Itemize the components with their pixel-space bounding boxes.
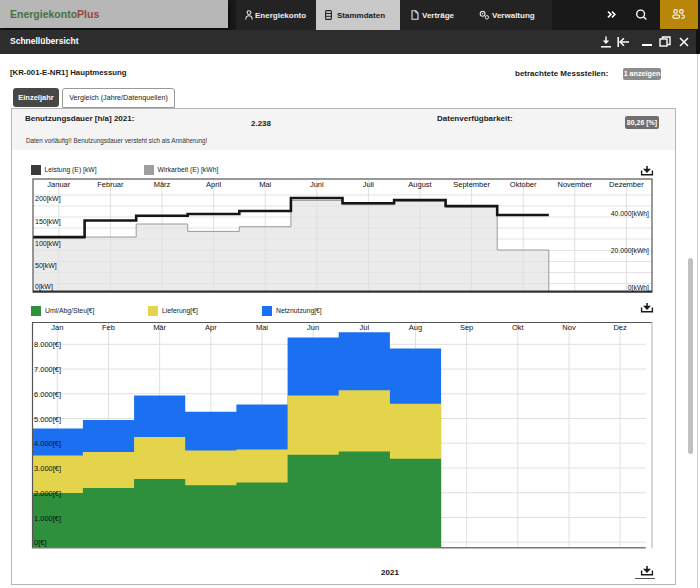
- svg-text:40.000[kWh]: 40.000[kWh]: [611, 210, 649, 218]
- svg-text:Feb: Feb: [102, 323, 115, 332]
- svg-text:März: März: [154, 180, 171, 189]
- svg-text:September: September: [453, 180, 490, 189]
- svg-text:150[kW]: 150[kW]: [35, 218, 61, 226]
- svg-text:November: November: [557, 180, 592, 189]
- svg-text:0[kW]: 0[kW]: [35, 283, 53, 291]
- svg-text:Januar: Januar: [47, 180, 70, 189]
- svg-text:Aug: Aug: [409, 323, 422, 332]
- svg-text:Dezember: Dezember: [609, 180, 644, 189]
- svg-text:7.000[€]: 7.000[€]: [34, 365, 61, 374]
- svg-text:Nov: Nov: [562, 323, 576, 332]
- svg-text:50[kW]: 50[kW]: [35, 262, 57, 270]
- svg-text:3.000[€]: 3.000[€]: [34, 464, 61, 473]
- svg-text:200[kW]: 200[kW]: [35, 195, 61, 203]
- svg-text:Jan: Jan: [51, 323, 63, 332]
- svg-text:Jun: Jun: [307, 323, 319, 332]
- svg-text:Februar: Februar: [97, 180, 124, 189]
- svg-text:5.000[€]: 5.000[€]: [34, 415, 61, 424]
- svg-text:2.000[€]: 2.000[€]: [34, 489, 61, 498]
- svg-text:August: August: [408, 180, 432, 189]
- svg-text:Oktober: Oktober: [510, 180, 537, 189]
- svg-text:100[kW]: 100[kW]: [35, 240, 61, 248]
- svg-text:6.000[€]: 6.000[€]: [34, 390, 61, 399]
- svg-text:Apr: Apr: [205, 323, 217, 332]
- svg-text:1.000[€]: 1.000[€]: [34, 514, 61, 523]
- svg-text:Mär: Mär: [153, 323, 166, 332]
- svg-text:April: April: [206, 180, 221, 189]
- svg-text:Okt: Okt: [512, 323, 525, 332]
- svg-text:0[kWh]: 0[kWh]: [628, 284, 649, 292]
- svg-text:Juli: Juli: [363, 180, 375, 189]
- svg-text:4.000[€]: 4.000[€]: [34, 439, 61, 448]
- svg-text:0[€]: 0[€]: [34, 538, 47, 547]
- svg-text:Mai: Mai: [256, 323, 268, 332]
- svg-text:Juni: Juni: [310, 180, 324, 189]
- svg-text:Sep: Sep: [460, 323, 473, 332]
- svg-text:Dez: Dez: [613, 323, 627, 332]
- svg-text:20.000[kWh]: 20.000[kWh]: [611, 247, 649, 255]
- svg-text:8.000[€]: 8.000[€]: [34, 340, 61, 349]
- svg-text:Jul: Jul: [360, 323, 370, 332]
- svg-text:Mai: Mai: [259, 180, 271, 189]
